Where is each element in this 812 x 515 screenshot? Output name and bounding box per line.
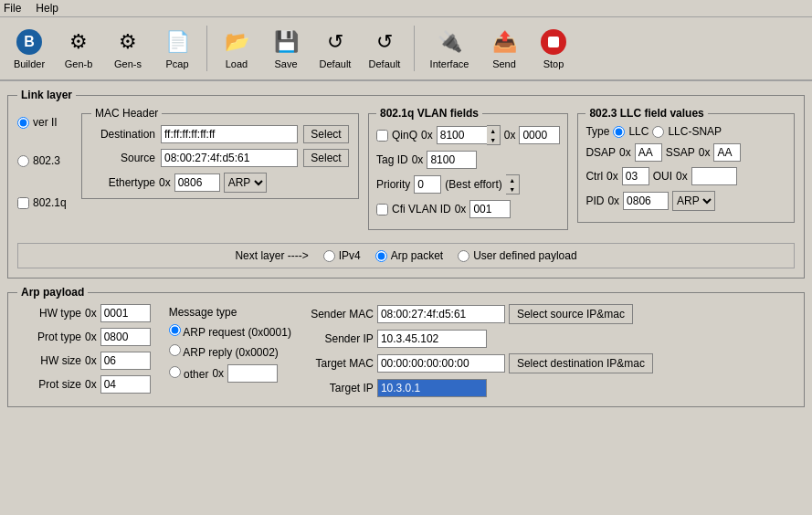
radio-llc[interactable] — [613, 126, 625, 138]
radio-ver2[interactable] — [17, 117, 29, 129]
ctrl-input[interactable] — [622, 167, 649, 185]
interface-label: Interface — [430, 58, 469, 69]
pid-select[interactable]: ARP — [672, 191, 715, 211]
hw-type-label: HW type — [17, 307, 81, 320]
select-src-btn[interactable]: Select source IP&mac — [509, 304, 633, 324]
qinq-0x: 0x — [504, 129, 516, 142]
pcap-label: Pcap — [165, 58, 188, 69]
qinq-prefix: 0x — [421, 129, 433, 142]
qinq-checkbox[interactable] — [376, 130, 388, 142]
oui-input[interactable] — [691, 167, 737, 185]
arp-right: Sender MAC Select source IP&mac Sender I… — [310, 304, 795, 397]
menu-file[interactable]: File — [4, 2, 21, 15]
priority-input[interactable] — [414, 175, 441, 194]
hw-size-row: HW size 0x — [17, 352, 151, 370]
dsap-input[interactable] — [635, 143, 662, 162]
other-input[interactable] — [227, 364, 278, 383]
select-dst-btn[interactable]: Select destination IP&mac — [509, 353, 653, 373]
next-arp-label[interactable]: Arp packet — [375, 249, 443, 262]
destination-row: Destination Select — [91, 125, 349, 143]
next-user-label[interactable]: User defined payload — [458, 249, 576, 262]
save-label: Save — [274, 58, 297, 69]
cfi-label: Cfi VLAN ID — [392, 203, 451, 215]
dsap-prefix: 0x — [619, 146, 631, 159]
arp-req-text: ARP request (0x0001) — [183, 326, 291, 339]
save-button[interactable]: 💾 Save — [262, 21, 310, 76]
interface-button[interactable]: 🔌 Interface — [420, 21, 479, 76]
ethertype-label: Ethertype — [91, 176, 155, 189]
qinq-up[interactable]: ▲ — [487, 126, 500, 135]
prot-type-row: Prot type 0x — [17, 328, 151, 346]
radio-arp-req[interactable] — [169, 324, 181, 336]
radio-user[interactable] — [458, 250, 469, 262]
ethertype-select[interactable]: ARP — [224, 173, 267, 193]
arp-req-label[interactable]: ARP request (0x0001) — [169, 324, 291, 339]
llc-type-label: Type — [585, 125, 609, 138]
src-select-btn[interactable]: Select — [303, 149, 349, 167]
radio-arp-rep[interactable] — [169, 344, 181, 356]
prot-type-prefix: 0x — [85, 331, 97, 343]
tagid-input[interactable] — [427, 151, 477, 169]
priority-down[interactable]: ▼ — [506, 184, 519, 194]
radio-8023[interactable] — [17, 155, 29, 167]
mac-header-fieldset: MAC Header Destination Select Source Sel… — [81, 107, 359, 199]
load-icon: 📂 — [222, 27, 251, 57]
prot-type-input[interactable] — [100, 328, 151, 346]
cfi-input[interactable] — [469, 200, 511, 218]
prot-size-input[interactable] — [100, 375, 151, 394]
ssap-input[interactable] — [713, 143, 741, 162]
gens-button[interactable]: ⚙ Gen-s — [104, 21, 152, 76]
sender-mac-input[interactable] — [377, 305, 505, 323]
radio-llcsnap[interactable] — [652, 126, 664, 138]
hw-type-input[interactable] — [100, 304, 151, 322]
radio-arp-other[interactable] — [169, 366, 181, 378]
ethertype-input[interactable] — [174, 173, 220, 192]
radio-8023-label[interactable]: 802.3 — [17, 154, 72, 167]
oui-prefix: 0x — [676, 170, 688, 183]
radio-arp[interactable] — [375, 250, 387, 262]
send-button[interactable]: 📤 Send — [480, 21, 528, 76]
arp-legend: Arp payload — [17, 286, 88, 299]
arp-rep-label[interactable]: ARP reply (0x0002) — [169, 344, 279, 359]
interface-icon: 🔌 — [435, 27, 464, 57]
radio-ipv4[interactable] — [323, 250, 335, 262]
checkbox-8021q-label[interactable]: 802.1q — [17, 196, 72, 209]
dest-input[interactable] — [161, 125, 298, 143]
llc-fieldset: 802.3 LLC field values Type LLC LLC-SNAP… — [577, 107, 795, 223]
sender-ip-input[interactable] — [377, 330, 487, 348]
msg-type-label-row: Message type — [169, 306, 291, 319]
menu-help[interactable]: Help — [36, 2, 58, 15]
default2-button[interactable]: ↺ Default — [361, 21, 408, 76]
stop-label: Stop — [543, 58, 564, 69]
default1-label: Default — [320, 58, 352, 69]
arp-req-row: ARP request (0x0001) — [169, 324, 291, 339]
pcap-button[interactable]: 📄 Pcap — [153, 21, 201, 76]
radio-ver2-label[interactable]: ver II — [17, 116, 72, 129]
qinq-down[interactable]: ▼ — [487, 135, 500, 144]
default1-button[interactable]: ↺ Default — [311, 21, 359, 76]
qinq-input[interactable] — [437, 126, 487, 144]
target-mac-input[interactable] — [377, 354, 505, 373]
cfi-checkbox[interactable] — [376, 204, 388, 215]
target-ip-input[interactable] — [377, 379, 487, 397]
default1-icon: ↺ — [321, 27, 350, 57]
oui-label: OUI — [653, 170, 672, 183]
arp-rep-row: ARP reply (0x0002) — [169, 344, 291, 359]
builder-button[interactable]: B Builder — [5, 21, 53, 76]
checkbox-8021q[interactable] — [17, 197, 29, 209]
hw-type-row: HW type 0x — [17, 304, 151, 322]
src-input[interactable] — [161, 149, 298, 167]
priority-up[interactable]: ▲ — [506, 175, 519, 184]
pid-input[interactable] — [623, 192, 669, 210]
qinq-hex-input[interactable] — [519, 126, 560, 144]
arp-other-label[interactable]: other — [169, 366, 209, 381]
load-label: Load — [226, 58, 248, 69]
stop-button[interactable]: Stop — [530, 21, 577, 76]
checkbox-8021q-text: 802.1q — [33, 196, 67, 209]
genb-button[interactable]: ⚙ Gen-b — [55, 21, 102, 76]
load-button[interactable]: 📂 Load — [213, 21, 260, 76]
hw-size-input[interactable] — [100, 352, 151, 370]
next-ipv4-label[interactable]: IPv4 — [323, 249, 361, 262]
dest-select-btn[interactable]: Select — [303, 125, 349, 143]
next-layer-label: Next layer ----> — [235, 249, 308, 262]
